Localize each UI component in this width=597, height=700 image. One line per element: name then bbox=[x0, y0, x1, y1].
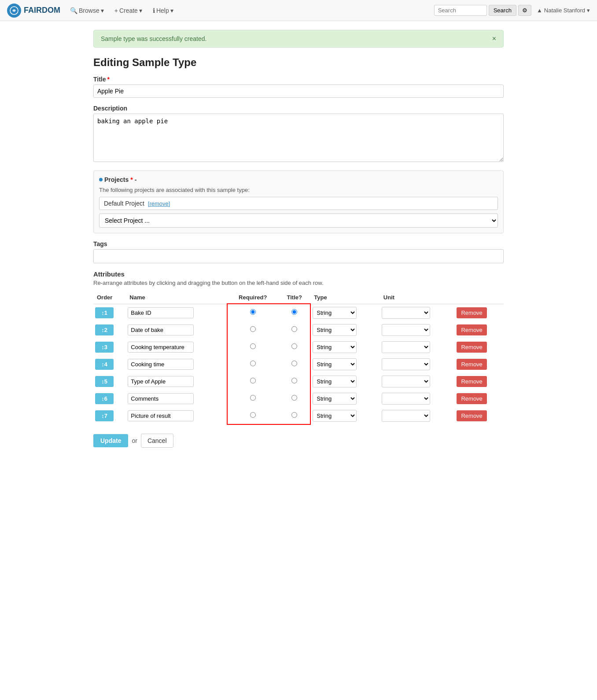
required-radio-5[interactable] bbox=[250, 378, 256, 383]
attr-name-input-5[interactable] bbox=[128, 376, 194, 387]
type-select-7[interactable]: String Integer Float Boolean Date Text bbox=[313, 410, 357, 422]
remove-button-1[interactable]: Remove bbox=[457, 307, 486, 318]
remove-button-4[interactable]: Remove bbox=[457, 359, 486, 370]
unit-select-3[interactable] bbox=[382, 341, 430, 353]
required-radio-1[interactable] bbox=[250, 309, 256, 315]
attr-name-input-4[interactable] bbox=[128, 359, 194, 370]
create-nav-item[interactable]: + Create ▾ bbox=[110, 4, 147, 17]
col-header-title: Title? bbox=[278, 291, 310, 304]
title-radio-4[interactable] bbox=[291, 361, 297, 366]
user-menu[interactable]: ▲ Natalie Stanford ▾ bbox=[537, 7, 590, 14]
search-button[interactable]: Search bbox=[489, 5, 516, 16]
title-radio-2[interactable] bbox=[291, 326, 297, 332]
project-select[interactable]: Select Project ... bbox=[99, 214, 498, 228]
type-cell-3: String Integer Float Boolean Date Text bbox=[310, 339, 380, 356]
required-cell-7 bbox=[227, 407, 278, 424]
remove-cell-4: Remove bbox=[455, 356, 504, 373]
remove-button-2[interactable]: Remove bbox=[457, 324, 486, 335]
plus-icon: + bbox=[114, 7, 118, 14]
unit-select-6[interactable] bbox=[382, 393, 430, 405]
title-radio-1[interactable] bbox=[291, 309, 297, 315]
required-radio-7[interactable] bbox=[250, 412, 256, 418]
order-button-3[interactable]: ↕3 bbox=[95, 342, 114, 353]
type-select-4[interactable]: String Integer Float Boolean Date Text bbox=[313, 358, 357, 370]
brand-logo[interactable]: FAIRDOM bbox=[7, 4, 60, 18]
type-select-6[interactable]: String Integer Float Boolean Date Text bbox=[313, 393, 357, 405]
order-button-7[interactable]: ↕7 bbox=[95, 410, 114, 421]
required-radio-4[interactable] bbox=[250, 361, 256, 366]
table-row: ↕4 String Integer Float Boolean Date Tex… bbox=[93, 356, 504, 373]
unit-select-1[interactable] bbox=[382, 307, 430, 319]
help-nav-item[interactable]: ℹ Help ▾ bbox=[148, 4, 178, 17]
col-header-required: Required? bbox=[227, 291, 278, 304]
order-cell: ↕4 bbox=[93, 356, 126, 373]
gear-button[interactable]: ⚙ bbox=[518, 5, 531, 16]
title-radio-7[interactable] bbox=[291, 412, 297, 418]
title-radio-6[interactable] bbox=[291, 395, 297, 401]
order-button-6[interactable]: ↕6 bbox=[95, 393, 114, 404]
project-remove-link[interactable]: [remove] bbox=[148, 200, 170, 207]
blue-dot-icon bbox=[99, 178, 103, 181]
type-select-3[interactable]: String Integer Float Boolean Date Text bbox=[313, 341, 357, 353]
description-label: Description bbox=[93, 105, 504, 112]
title-cell-7 bbox=[278, 407, 310, 424]
unit-cell-2 bbox=[380, 321, 455, 339]
table-row: ↕5 String Integer Float Boolean Date Tex… bbox=[93, 373, 504, 390]
required-radio-6[interactable] bbox=[250, 395, 256, 401]
type-cell-5: String Integer Float Boolean Date Text bbox=[310, 373, 380, 390]
order-button-4[interactable]: ↕4 bbox=[95, 359, 114, 370]
name-cell bbox=[126, 390, 227, 407]
title-radio-3[interactable] bbox=[291, 343, 297, 349]
alert-message: Sample type was successfully created. bbox=[101, 35, 206, 42]
order-button-2[interactable]: ↕2 bbox=[95, 324, 114, 335]
order-button-1[interactable]: ↕1 bbox=[95, 307, 114, 318]
unit-select-5[interactable] bbox=[382, 376, 430, 387]
remove-button-5[interactable]: Remove bbox=[457, 376, 486, 387]
remove-button-7[interactable]: Remove bbox=[457, 410, 486, 421]
remove-button-6[interactable]: Remove bbox=[457, 393, 486, 404]
description-textarea[interactable]: baking an apple pie bbox=[93, 114, 504, 162]
attr-name-input-3[interactable] bbox=[128, 342, 194, 353]
main-content: Sample type was successfully created. × … bbox=[83, 21, 514, 457]
brand-name: FAIRDOM bbox=[24, 6, 60, 15]
attributes-section: Attributes Re-arrange attributes by clic… bbox=[93, 270, 504, 425]
username: Natalie Stanford bbox=[544, 7, 585, 14]
unit-select-4[interactable] bbox=[382, 358, 430, 370]
alert-close-button[interactable]: × bbox=[492, 35, 496, 43]
required-radio-2[interactable] bbox=[250, 326, 256, 332]
unit-select-7[interactable] bbox=[382, 410, 430, 422]
name-cell bbox=[126, 321, 227, 339]
attr-name-input-1[interactable] bbox=[128, 307, 194, 318]
form-actions: Update or Cancel bbox=[93, 434, 504, 448]
required-cell-2 bbox=[227, 321, 278, 339]
cancel-button[interactable]: Cancel bbox=[141, 434, 173, 448]
remove-button-3[interactable]: Remove bbox=[457, 342, 486, 353]
type-select-1[interactable]: String Integer Float Boolean Date Text bbox=[313, 307, 357, 319]
required-cell-5 bbox=[227, 373, 278, 390]
attr-name-input-7[interactable] bbox=[128, 410, 194, 421]
title-field-group: Title * bbox=[93, 76, 504, 98]
title-radio-5[interactable] bbox=[291, 378, 297, 383]
type-select-5[interactable]: String Integer Float Boolean Date Text bbox=[313, 376, 357, 387]
update-button[interactable]: Update bbox=[93, 434, 128, 447]
title-input[interactable] bbox=[93, 85, 504, 98]
attr-name-input-2[interactable] bbox=[128, 324, 194, 335]
title-cell-2 bbox=[278, 321, 310, 339]
type-select-2[interactable]: String Integer Float Boolean Date Text bbox=[313, 324, 357, 336]
search-input[interactable] bbox=[434, 5, 487, 16]
browse-nav-item[interactable]: 🔍 Browse ▾ bbox=[66, 4, 108, 17]
navbar: FAIRDOM 🔍 Browse ▾ + Create ▾ ℹ Help ▾ S… bbox=[0, 0, 597, 21]
attributes-table: Order Name Required? Title? Type Unit ↕1 bbox=[93, 291, 504, 425]
tags-input[interactable] bbox=[93, 249, 504, 263]
title-label: Title * bbox=[93, 76, 504, 83]
order-button-5[interactable]: ↕5 bbox=[95, 376, 114, 387]
type-cell-4: String Integer Float Boolean Date Text bbox=[310, 356, 380, 373]
col-header-type: Type bbox=[310, 291, 380, 304]
type-cell-7: String Integer Float Boolean Date Text bbox=[310, 407, 380, 424]
required-radio-3[interactable] bbox=[250, 343, 256, 349]
name-cell bbox=[126, 356, 227, 373]
attr-name-input-6[interactable] bbox=[128, 393, 194, 404]
table-row: ↕2 String Integer Float Boolean Date Tex… bbox=[93, 321, 504, 339]
unit-select-2[interactable] bbox=[382, 324, 430, 336]
order-cell: ↕7 bbox=[93, 407, 126, 424]
